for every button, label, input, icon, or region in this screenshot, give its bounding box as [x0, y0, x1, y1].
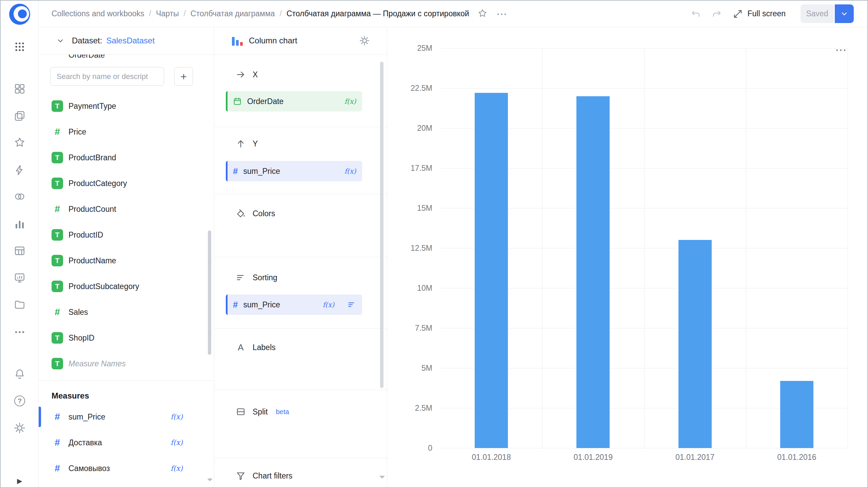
collapse-sidebar-icon[interactable]: ▶	[17, 477, 22, 485]
paint-bucket-icon	[236, 208, 246, 219]
save-button-group: Saved	[801, 4, 854, 23]
app-window: ? ▶ Collections and workbooks/Чарты/Стол…	[0, 0, 868, 488]
storage-folder-icon[interactable]	[14, 299, 26, 311]
x-axis-tick-label: 01.01.2019	[574, 453, 613, 462]
y-axis-tick-label: 20M	[417, 124, 432, 133]
connections-icon[interactable]	[14, 190, 26, 203]
main-area: Collections and workbooks/Чарты/Столбчат…	[39, 1, 867, 487]
monitoring-icon[interactable]	[14, 272, 26, 284]
sorting-section: Sorting # sum_Price f(x)	[214, 257, 387, 329]
breadcrumb-item[interactable]: Collections and workbooks	[52, 9, 144, 18]
breadcrumb-separator: /	[280, 9, 282, 18]
save-dropdown-button[interactable]	[835, 4, 854, 23]
string-type-icon: T	[52, 255, 63, 266]
field-row[interactable]: #Price	[39, 119, 214, 145]
measure-type-icon: #	[52, 463, 63, 474]
favorites-star-icon[interactable]	[14, 136, 26, 148]
apps-grid-icon[interactable]	[14, 41, 25, 53]
y-axis-tick-label: 0	[428, 444, 432, 453]
dataset-scrollbar[interactable]	[208, 230, 211, 355]
breadcrumb-item[interactable]: Столбчатая диаграмма	[191, 9, 275, 18]
formula-fx-icon[interactable]: f(x)	[344, 167, 356, 175]
chart-settings-gear-icon[interactable]	[359, 35, 370, 46]
dataset-collapse-chevron-icon[interactable]	[56, 37, 64, 45]
colors-row: Colors	[236, 204, 387, 223]
formula-fx-icon[interactable]: f(x)	[171, 464, 183, 472]
measure-row[interactable]: #Доставкаf(x)	[39, 430, 214, 455]
formula-fx-icon[interactable]: f(x)	[171, 439, 183, 447]
chart-bar[interactable]	[678, 240, 712, 448]
measure-row[interactable]: #Самовывозf(x)	[39, 455, 214, 481]
sorting-field-pill[interactable]: # sum_Price f(x)	[226, 294, 362, 315]
chart-filters-label: Chart filters	[253, 471, 293, 481]
undo-icon[interactable]	[691, 9, 701, 19]
column-chart-type-icon[interactable]	[232, 36, 243, 46]
number-type-icon: #	[233, 300, 238, 310]
config-scroll-down-icon[interactable]	[379, 476, 385, 481]
dataset-name-link[interactable]: SalesDataset	[106, 36, 155, 45]
entry-more-icon[interactable]: ⋯	[496, 8, 508, 19]
x-axis-section: X OrderDate f(x)	[214, 55, 387, 127]
settings-gear-icon[interactable]	[14, 422, 26, 434]
fullscreen-label[interactable]: Full screen	[748, 9, 786, 18]
string-type-icon: T	[52, 358, 63, 369]
more-services-icon[interactable]	[14, 326, 26, 338]
chart-bar[interactable]	[475, 93, 508, 448]
chart-bar[interactable]	[780, 381, 813, 448]
favorite-star-icon[interactable]	[477, 8, 488, 20]
formula-fx-icon[interactable]: f(x)	[171, 413, 183, 421]
config-scrollbar[interactable]	[380, 62, 383, 388]
field-row[interactable]: #ProductCount	[39, 196, 214, 222]
v-gridline	[644, 48, 645, 448]
field-row[interactable]: TProductID	[39, 222, 214, 248]
split-row: Split beta	[236, 402, 387, 421]
field-row[interactable]: TProductName	[39, 248, 214, 273]
field-search-input[interactable]	[50, 67, 164, 86]
field-row[interactable]: TMeasure Names	[39, 351, 214, 377]
saved-button[interactable]: Saved	[801, 4, 834, 23]
y-field-pill[interactable]: # sum_Price f(x)	[226, 161, 362, 181]
colors-section: Colors	[214, 194, 387, 257]
chart-type-label[interactable]: Column chart	[249, 36, 297, 45]
field-name: ProductBrand	[68, 153, 116, 162]
dataset-scroll-down-icon[interactable]	[207, 479, 213, 484]
notifications-bell-icon[interactable]	[14, 368, 26, 380]
sorting-field-name: sum_Price	[243, 300, 280, 309]
chart-bar[interactable]	[576, 96, 610, 448]
datasets-table-icon[interactable]	[14, 245, 26, 257]
sort-descending-icon[interactable]	[347, 300, 356, 309]
breadcrumb-item[interactable]: Чарты	[156, 9, 179, 18]
dashboards-icon[interactable]	[14, 83, 26, 95]
add-field-button[interactable]: +	[174, 67, 193, 86]
y-axis-tick-label: 17.5M	[411, 164, 432, 173]
field-row[interactable]: #Sales	[39, 299, 214, 325]
field-name: ProductName	[68, 256, 116, 265]
field-row[interactable]: TProductSubcategory	[39, 273, 214, 299]
field-row[interactable]: TShopID	[39, 325, 214, 351]
field-row[interactable]: TProductCategory	[39, 170, 214, 196]
field-name: ProductID	[68, 230, 103, 240]
field-name: ProductSubcategory	[68, 282, 139, 291]
redo-icon[interactable]	[712, 9, 722, 19]
editor-lightning-icon[interactable]	[14, 164, 26, 176]
number-type-icon: #	[52, 126, 63, 138]
string-type-icon: T	[52, 229, 63, 241]
v-gridline	[542, 48, 542, 448]
help-icon[interactable]: ?	[14, 395, 25, 406]
formula-fx-icon[interactable]: f(x)	[344, 97, 356, 105]
fullscreen-expand-icon[interactable]	[733, 9, 743, 19]
datalens-logo[interactable]	[9, 4, 30, 25]
measure-name: sum_Price	[68, 412, 105, 422]
field-row[interactable]: TPaymentType	[39, 93, 214, 119]
clipped-field-row: OrderDate	[39, 55, 214, 62]
charts-icon[interactable]	[14, 218, 26, 230]
y-axis-tick-label: 2.5M	[415, 404, 432, 413]
h-gridline	[440, 448, 848, 448]
string-type-icon: T	[52, 178, 63, 189]
x-field-pill[interactable]: OrderDate f(x)	[226, 91, 362, 111]
field-row[interactable]: TProductBrand	[39, 145, 214, 170]
formula-fx-icon[interactable]: f(x)	[323, 301, 334, 309]
calendar-icon	[233, 97, 242, 106]
measure-row[interactable]: #sum_Pricef(x)	[39, 404, 214, 430]
collections-icon[interactable]	[14, 110, 26, 122]
